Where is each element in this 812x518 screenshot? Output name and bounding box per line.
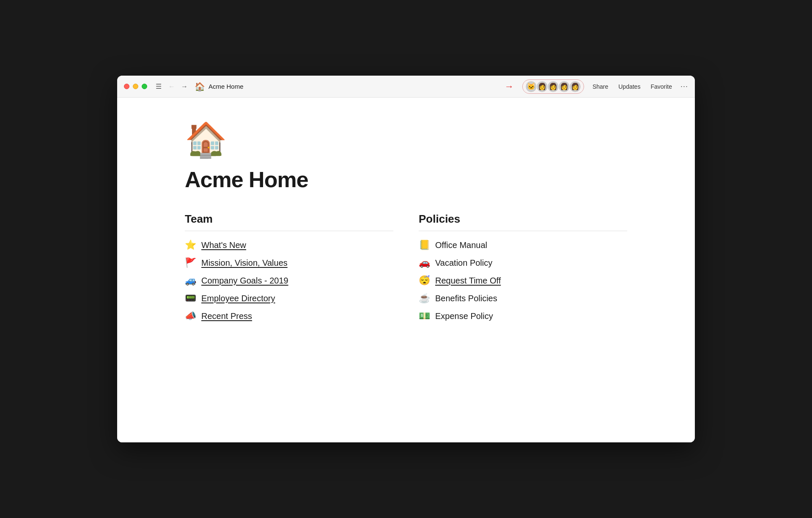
team-section: Team ⭐ What's New 🚩 Mission, Vision, Val… (185, 213, 393, 322)
avatar-group[interactable]: 🐱 👩 👩 👩 👩 (522, 79, 584, 94)
benefits-link[interactable]: Benefits Policies (435, 294, 497, 303)
list-item[interactable]: 💵 Expense Policy (419, 311, 627, 322)
titlebar: ☰ ← → 🏠 Acme Home → 🐱 👩 👩 👩 👩 Share Upda… (117, 76, 695, 98)
press-icon: 📣 (185, 311, 196, 322)
list-item[interactable]: 📟 Employee Directory (185, 293, 393, 304)
titlebar-right: → 🐱 👩 👩 👩 👩 Share Updates Favorite ··· (505, 79, 688, 94)
avatar-3: 👩 (547, 81, 559, 93)
page-title-label: Acme Home (208, 83, 244, 90)
page-main-title: Acme Home (185, 167, 627, 192)
manual-link[interactable]: Office Manual (435, 240, 487, 250)
nav-arrows: ← → (167, 82, 189, 91)
expense-link[interactable]: Expense Policy (435, 311, 493, 321)
avatar-5: 👩 (569, 81, 581, 93)
list-item[interactable]: 📣 Recent Press (185, 311, 393, 322)
avatar-2: 👩 (536, 81, 548, 93)
sections-grid: Team ⭐ What's New 🚩 Mission, Vision, Val… (185, 213, 627, 322)
list-item[interactable]: 😴 Request Time Off (419, 275, 627, 286)
page-emoji-icon: 🏠 (195, 82, 205, 92)
page-header-emoji: 🏠 (185, 123, 627, 157)
page-icon-title: 🏠 Acme Home (195, 82, 499, 92)
list-item[interactable]: 🚗 Vacation Policy (419, 257, 627, 268)
mission-link[interactable]: Mission, Vision, Values (201, 258, 288, 268)
directory-link[interactable]: Employee Directory (201, 294, 275, 303)
back-button[interactable]: ← (167, 82, 177, 91)
avatar-1: 🐱 (525, 81, 537, 93)
expense-icon: 💵 (419, 311, 430, 322)
vacation-icon: 🚗 (419, 257, 430, 268)
favorite-button[interactable]: Favorite (649, 82, 674, 91)
team-section-divider (185, 231, 393, 231)
red-arrow-icon: → (505, 81, 514, 92)
list-item[interactable]: ☕ Benefits Policies (419, 293, 627, 304)
close-button[interactable] (124, 84, 129, 89)
sidebar-toggle-icon[interactable]: ☰ (156, 82, 162, 90)
traffic-lights (124, 84, 147, 89)
goals-link[interactable]: Company Goals - 2019 (201, 276, 288, 286)
avatar-4: 👩 (558, 81, 570, 93)
team-link-list: ⭐ What's New 🚩 Mission, Vision, Values 🚙… (185, 240, 393, 322)
list-item[interactable]: ⭐ What's New (185, 240, 393, 251)
share-button[interactable]: Share (591, 82, 610, 91)
goals-icon: 🚙 (185, 275, 196, 286)
more-options-icon[interactable]: ··· (680, 82, 688, 91)
manual-icon: 📒 (419, 240, 430, 251)
policies-section: Policies 📒 Office Manual 🚗 Vacation Poli… (419, 213, 627, 322)
policies-link-list: 📒 Office Manual 🚗 Vacation Policy 😴 Requ… (419, 240, 627, 322)
timeoff-link[interactable]: Request Time Off (435, 276, 501, 286)
forward-button[interactable]: → (179, 82, 189, 91)
minimize-button[interactable] (133, 84, 138, 89)
updates-button[interactable]: Updates (617, 82, 642, 91)
directory-icon: 📟 (185, 293, 196, 304)
timeoff-icon: 😴 (419, 275, 430, 286)
app-window: ☰ ← → 🏠 Acme Home → 🐱 👩 👩 👩 👩 Share Upda… (117, 76, 695, 442)
team-section-title: Team (185, 213, 393, 226)
maximize-button[interactable] (142, 84, 147, 89)
policies-section-divider (419, 231, 627, 231)
whats-new-icon: ⭐ (185, 240, 196, 251)
policies-section-title: Policies (419, 213, 627, 226)
page-content: 🏠 Acme Home Team ⭐ What's New 🚩 Mission,… (117, 98, 695, 442)
vacation-link[interactable]: Vacation Policy (435, 258, 492, 268)
press-link[interactable]: Recent Press (201, 311, 252, 321)
list-item[interactable]: 🚩 Mission, Vision, Values (185, 257, 393, 268)
whats-new-link[interactable]: What's New (201, 240, 246, 250)
benefits-icon: ☕ (419, 293, 430, 304)
mission-icon: 🚩 (185, 257, 196, 268)
list-item[interactable]: 🚙 Company Goals - 2019 (185, 275, 393, 286)
list-item[interactable]: 📒 Office Manual (419, 240, 627, 251)
